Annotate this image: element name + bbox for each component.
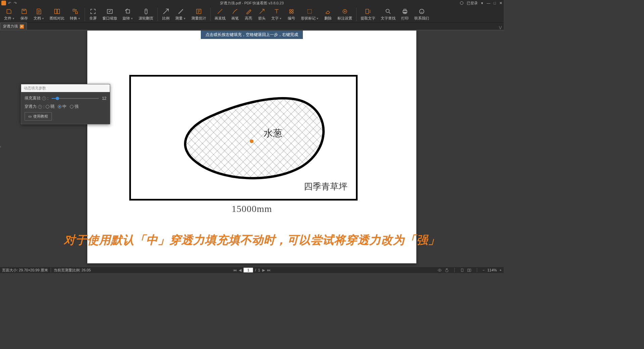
tab-expand-icon[interactable]: ⋁ — [497, 25, 504, 30]
svg-rect-8 — [308, 9, 312, 13]
document-tab[interactable]: 穿透力强 ✕ — [0, 23, 27, 30]
total-pages: 1 — [258, 268, 260, 272]
close-button[interactable]: ✕ — [499, 1, 502, 5]
book-icon: ▭ — [28, 114, 32, 119]
first-page-icon[interactable]: ⏮ — [233, 268, 237, 272]
minimize-button[interactable]: — — [487, 1, 490, 5]
arrow-button[interactable]: 箭头 — [255, 7, 269, 21]
scale-button[interactable]: 比例 — [159, 7, 173, 21]
canvas-area: 点击或长按左键填充，空格键退回上一步，右键完成 水葱 四季青草坪 15000mm — [0, 30, 504, 267]
svg-point-12 — [386, 9, 389, 12]
contact-button[interactable]: 联系我们 — [412, 7, 432, 21]
status-bar: 页面大小: 29.70×20.99 厘米 当前页测量比例: 26.05 ⏮ ◀ … — [0, 267, 504, 273]
scroll-flip-button[interactable]: 滚轮翻页 — [136, 7, 156, 21]
svg-point-4 — [289, 9, 291, 11]
diameter-value: 12 — [102, 96, 106, 101]
help-icon[interactable]: ? — [38, 105, 42, 109]
page-size-label: 页面大小: — [2, 268, 18, 273]
help-icon[interactable]: ? — [42, 96, 46, 100]
panel-title: 动态填充参数 — [21, 84, 110, 92]
instruction-hint: 点击或长按左键填充，空格键退回上一步，右键完成 — [201, 31, 303, 39]
user-icon — [460, 1, 463, 5]
svg-rect-19 — [468, 269, 469, 271]
measure-button[interactable]: 测量▼ — [173, 7, 189, 21]
single-page-icon[interactable] — [460, 268, 464, 272]
extract-text-button[interactable]: 提取文字 — [358, 7, 378, 21]
fill-params-panel[interactable]: 动态填充参数 填充直径 ?: 12 穿透力 ?: 弱 中 强 ▭ 使用教程 — [21, 84, 110, 124]
pdf-page[interactable]: 点击或长按左键填充，空格键退回上一步，右键完成 水葱 四季青草坪 15000mm — [87, 31, 416, 263]
erase-button[interactable]: 删除 — [321, 7, 335, 21]
annot-settings-button[interactable]: 标注设置 — [335, 7, 355, 21]
svg-rect-14 — [404, 9, 406, 10]
drawing-content: 水葱 四季青草坪 — [129, 75, 358, 201]
line-button[interactable]: 画直线 — [212, 7, 228, 21]
zoom-in-button[interactable]: + — [500, 268, 502, 272]
diameter-label: 填充直径 — [25, 95, 41, 101]
text-button[interactable]: 文字▼ — [269, 7, 285, 21]
compare-button[interactable]: 图纸对比 — [47, 7, 67, 21]
svg-rect-11 — [366, 9, 369, 13]
svg-rect-20 — [469, 269, 471, 271]
svg-point-6 — [289, 12, 291, 13]
file-button[interactable]: 文件▼ — [1, 7, 17, 21]
lawn-label: 四季青草坪 — [304, 181, 348, 192]
two-page-icon[interactable] — [467, 268, 471, 272]
measure-stat-button[interactable]: 测量统计 — [189, 7, 209, 21]
window-title: 穿透力强.pdf - PDF 快速看图 v3.8.0.23 — [220, 1, 284, 6]
svg-rect-2 — [145, 9, 147, 14]
scale-value: 26.05 — [82, 268, 91, 272]
maximize-button[interactable]: □ — [494, 1, 496, 5]
penetration-label: 穿透力 — [25, 104, 37, 110]
convert-button[interactable]: 转换▼ — [67, 7, 83, 21]
dimension-label: 15000mm — [232, 204, 272, 214]
pond-shape — [173, 92, 334, 189]
print-button[interactable]: 打印 — [398, 7, 412, 21]
prev-page-icon[interactable]: ◀ — [239, 268, 241, 272]
svg-point-7 — [291, 12, 293, 13]
svg-point-17 — [439, 269, 440, 270]
tutorial-button[interactable]: ▭ 使用教程 — [25, 112, 52, 121]
radio-strong[interactable]: 强 — [70, 104, 79, 110]
scale-label: 当前页测量比例: — [54, 268, 81, 273]
page-size-value: 29.70×20.99 厘米 — [19, 268, 48, 273]
fullscreen-button[interactable]: 全屏 — [86, 7, 100, 21]
tutorial-caption: 对于使用默认「中」穿透力填充填不动时，可以尝试将穿透力改为「强」 — [64, 232, 440, 248]
radio-mid[interactable]: 中 — [58, 104, 66, 110]
find-text-button[interactable]: 文字查找 — [378, 7, 398, 21]
zoom-value: 114% — [487, 268, 497, 272]
app-logo-icon — [1, 1, 6, 5]
svg-point-5 — [291, 9, 293, 11]
zoom-out-button[interactable]: − — [482, 268, 485, 272]
radio-weak[interactable]: 弱 — [46, 104, 54, 110]
menu-icon[interactable]: ▾ — [481, 1, 483, 5]
save-button[interactable]: 保存 — [17, 7, 31, 21]
page-navigator: ⏮ ◀ / 1 ▶ ⏭ — [233, 268, 270, 272]
window-zoom-button[interactable]: 窗口缩放 — [100, 7, 120, 21]
redo-icon[interactable]: ↷ — [14, 1, 17, 5]
titlebar: ↶ ↷ 穿透力强.pdf - PDF 快速看图 v3.8.0.23 已登录 ▾ … — [0, 0, 504, 6]
svg-point-9 — [343, 9, 347, 13]
rotate-button[interactable]: 旋转▼ — [120, 7, 136, 21]
diameter-slider[interactable] — [52, 96, 98, 101]
shape-mark-button[interactable]: 形状标记▼ — [298, 7, 322, 21]
eye-icon[interactable] — [438, 268, 442, 272]
page-input[interactable] — [243, 268, 253, 272]
tab-bar: 穿透力强 ✕ ⋁ — [0, 23, 504, 30]
document-button[interactable]: 文档▼ — [31, 7, 47, 21]
highlight-button[interactable]: 高亮 — [242, 7, 255, 21]
svg-rect-1 — [126, 10, 130, 13]
panel-collapse-icon[interactable]: › — [0, 144, 1, 148]
number-button[interactable]: 编号 — [285, 7, 298, 21]
main-toolbar: 文件▼ 保存 文档▼ 图纸对比 转换▼ 全屏 窗口缩放 旋转▼ 滚轮翻页 比例 … — [0, 6, 504, 23]
next-page-icon[interactable]: ▶ — [262, 268, 265, 272]
pond-label: 水葱 — [264, 127, 282, 140]
svg-point-10 — [344, 11, 346, 12]
login-status[interactable]: 已登录 — [467, 1, 478, 6]
hand-icon[interactable] — [445, 268, 449, 272]
svg-rect-13 — [403, 11, 407, 13]
close-tab-icon[interactable]: ✕ — [20, 25, 24, 29]
pen-button[interactable]: 画笔 — [228, 7, 242, 21]
undo-icon[interactable]: ↶ — [8, 1, 11, 5]
last-page-icon[interactable]: ⏭ — [267, 268, 271, 272]
svg-rect-18 — [461, 269, 463, 272]
